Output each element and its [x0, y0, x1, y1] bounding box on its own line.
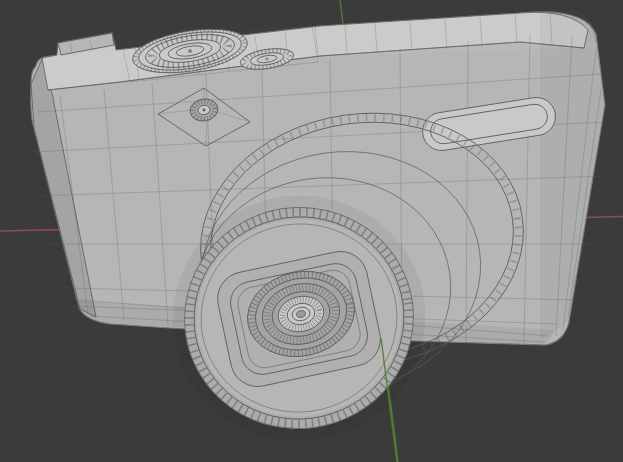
viewport[interactable]	[0, 0, 623, 462]
viewport-canvas[interactable]	[0, 0, 623, 462]
